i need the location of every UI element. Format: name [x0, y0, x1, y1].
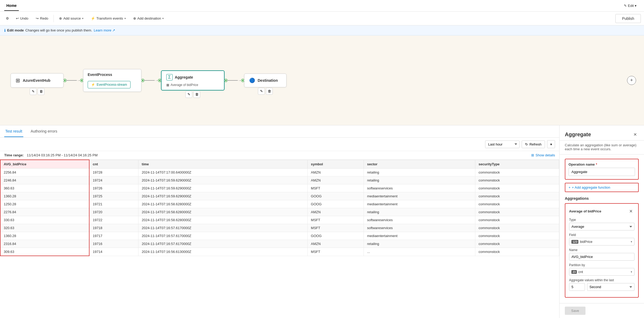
redo-button[interactable]: ↪ Redo — [33, 15, 51, 22]
process-sub-node[interactable]: ⚡ EventProcess-stream — [88, 81, 131, 88]
table-cell: 2024-11-14T07:16:57.6170000Z — [138, 224, 308, 232]
table-cell: 309.63 — [0, 248, 89, 256]
agg-partition-select[interactable]: 23 cnt ▾ — [569, 268, 634, 276]
table-row: 360.63197262024-11-14T07:16:59.6290000ZM… — [0, 184, 559, 192]
table-cell: 19721 — [89, 200, 138, 208]
aggregate-node-actions: ✎ 🗑 — [185, 91, 200, 98]
agg-field-select[interactable]: 123 bidPrice ▾ — [569, 238, 634, 246]
table-cell: commonstock — [475, 184, 559, 192]
table-cell: 2256.84 — [0, 169, 89, 176]
table-cell: retailing — [364, 169, 475, 176]
right-panel-title: Aggregate — [565, 131, 591, 138]
destination-delete-btn[interactable]: 🗑 — [266, 88, 273, 95]
connector-dot-2 — [80, 79, 83, 82]
field-type-icon: 123 — [571, 240, 578, 244]
connector-dot-3 — [141, 79, 144, 82]
aggregate-edit-btn[interactable]: ✎ — [185, 91, 192, 98]
agg-within-number-group — [569, 283, 585, 291]
table-cell: retailing — [364, 240, 475, 248]
agg-name-group: Name — [569, 248, 634, 261]
agg-type-group: Type Average — [569, 218, 634, 230]
table-cell: 320.63 — [0, 224, 89, 232]
table-cell: 2246.84 — [0, 176, 89, 184]
process-sub-icon: ⚡ — [91, 83, 95, 87]
table-cell: commonstock — [475, 232, 559, 240]
agg-type-select[interactable]: Average — [569, 223, 634, 230]
tab-authoring-errors[interactable]: Authoring errors — [30, 126, 58, 137]
source-node[interactable]: ⊞ AzureEventHub — [11, 73, 64, 88]
add-destination-button[interactable]: ⊕ Add destination ▾ — [130, 15, 167, 22]
connector-1: → — [64, 78, 83, 83]
destination-node[interactable]: 🔵 Destination — [244, 74, 287, 87]
source-edit-btn[interactable]: ✎ — [30, 88, 37, 95]
connector-dot-4 — [158, 79, 161, 82]
add-source-button[interactable]: ⊕ Add source ▾ — [56, 15, 87, 22]
table-cell: commonstock — [475, 240, 559, 248]
agg-field-label: Field — [569, 233, 634, 237]
table-row: 2246.84197242024-11-14T07:16:59.6290000Z… — [0, 176, 559, 184]
table-cell: 1250.28 — [0, 200, 89, 208]
agg-card-header: Average of bidPrice ✕ — [569, 207, 634, 215]
table-cell: 19725 — [89, 192, 138, 200]
chevron-button[interactable]: ▾ — [547, 140, 555, 148]
source-node-actions: ✎ 🗑 — [30, 88, 44, 95]
pipeline: ⊞ AzureEventHub ✎ 🗑 → EventProcess ⚡ Eve… — [11, 69, 586, 92]
transform-events-button[interactable]: ⚡ Transform events ▾ — [88, 15, 129, 22]
agg-name-input[interactable] — [569, 253, 634, 261]
table-cell: retailing — [364, 208, 475, 216]
table-cell: 1360.28 — [0, 232, 89, 240]
top-tab-bar: Home ✎ Edit ▾ — [0, 0, 644, 12]
agg-within-number-input[interactable] — [569, 283, 585, 291]
bottom-section: Test result Authoring errors Last hour ↻… — [0, 125, 644, 318]
tab-test-result[interactable]: Test result — [4, 126, 23, 137]
table-row: 1360.28197172024-11-14T07:16:57.6170000Z… — [0, 232, 559, 240]
agg-within-unit-select[interactable]: Second — [587, 283, 634, 291]
time-range-label: Time range: — [4, 153, 24, 157]
aggregate-delete-btn[interactable]: 🗑 — [193, 91, 200, 98]
add-aggregate-function-button[interactable]: + + Add aggregate function — [565, 183, 639, 192]
time-range-value: 11/14/24 03:16:25 PM - 11/14/24 04:16:25… — [27, 153, 97, 157]
table-cell: softwareservices — [364, 216, 475, 224]
table-cell: retailing — [364, 176, 475, 184]
table-cell: MSFT — [308, 216, 364, 224]
source-delete-btn[interactable]: 🗑 — [38, 88, 44, 95]
process-node[interactable]: EventProcess ⚡ EventProcess-stream — [83, 69, 141, 92]
edit-banner: ℹ Edit mode Changes will go live once yo… — [0, 25, 644, 35]
right-panel-header: Aggregate ✕ — [560, 125, 644, 140]
operation-name-input[interactable] — [569, 168, 635, 176]
aggregate-node[interactable]: Σ Aggregate ▦ Average of bidPrice — [161, 70, 225, 90]
table-cell: 19728 — [89, 169, 138, 176]
right-panel-close-btn[interactable]: ✕ — [631, 131, 639, 138]
connector-arrow-3: → — [238, 78, 241, 83]
edit-button[interactable]: ✎ Edit ▾ — [621, 2, 640, 9]
agg-partition-value: cnt — [578, 270, 583, 274]
table-cell: AMZN — [308, 169, 364, 176]
agg-within-group: Aggregate values within the last Second — [569, 278, 634, 291]
refresh-button[interactable]: ↻ Refresh — [522, 140, 545, 148]
time-range-select[interactable]: Last hour — [485, 140, 520, 148]
agg-card-close-btn[interactable]: ✕ — [627, 207, 634, 215]
toolbar: ⚙ ↩ Undo ↪ Redo ⊕ Add source ▾ ⚡ Transfo… — [0, 12, 644, 25]
right-panel-description: Calculate an aggregation (like sum or av… — [560, 140, 644, 155]
undo-button[interactable]: ↩ Undo — [13, 15, 32, 22]
settings-button[interactable]: ⚙ — [3, 15, 12, 22]
home-tab[interactable]: Home — [4, 1, 19, 11]
publish-button[interactable]: Publish — [615, 14, 641, 23]
aggregation-card: Average of bidPrice ✕ Type Average Field… — [565, 203, 639, 298]
add-destination-icon: ⊕ — [133, 16, 136, 20]
table-cell: 19722 — [89, 216, 138, 224]
agg-field-value: bidPrice — [580, 240, 592, 244]
table-cell: 2024-11-14T07:16:59.6290000Z — [138, 184, 308, 192]
agg-partition-group: Partition by 23 cnt ▾ — [569, 263, 634, 276]
table-cell: commonstock — [475, 248, 559, 256]
destination-edit-btn[interactable]: ✎ — [258, 88, 265, 95]
info-icon: ℹ — [4, 28, 6, 33]
destination-node-actions: ✎ 🗑 — [258, 88, 273, 95]
connector-line-2 — [144, 80, 155, 81]
right-panel: Aggregate ✕ Calculate an aggregation (li… — [559, 125, 644, 318]
learn-more-link[interactable]: Learn more ↗ — [94, 28, 115, 32]
add-node-button[interactable]: + — [627, 76, 636, 85]
table-cell: commonstock — [475, 192, 559, 200]
table-row: 2316.84197162024-11-14T07:16:57.6170000Z… — [0, 240, 559, 248]
show-details-button[interactable]: ⊞ Show details — [531, 153, 555, 157]
